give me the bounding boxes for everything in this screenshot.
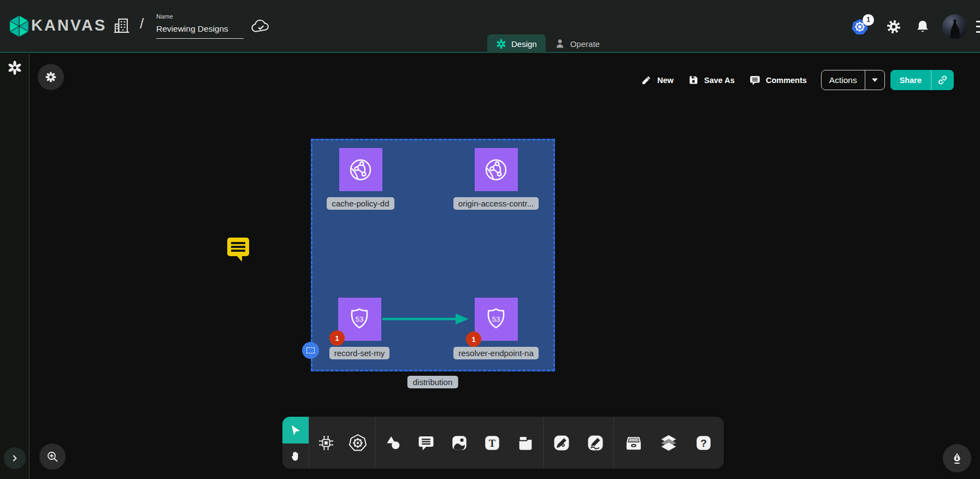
tool-shapes[interactable] — [378, 417, 409, 469]
design-name-input[interactable] — [156, 22, 244, 39]
user-avatar[interactable] — [942, 14, 967, 39]
comments-icon — [749, 74, 761, 86]
node-resolver-endpoint: 53 resolver-endpoint-na — [441, 298, 551, 359]
header-menu-icon[interactable] — [976, 21, 980, 33]
node-resolver-endpoint-shape[interactable]: 53 — [475, 298, 518, 341]
actions-dropdown-toggle[interactable] — [865, 70, 884, 90]
share-button-label[interactable]: Share — [890, 70, 931, 90]
tool-component[interactable] — [311, 417, 341, 469]
share-split-button[interactable]: Share — [890, 70, 954, 90]
node-resolver-endpoint-error-badge[interactable]: 1 — [466, 332, 481, 347]
node-record-set-error-badge[interactable]: 1 — [329, 330, 345, 346]
save-as-button-label: Save As — [704, 76, 735, 85]
tab-operate[interactable]: Operate — [546, 34, 609, 53]
mode-tabs: Design Operate — [487, 34, 609, 53]
flower-asterisk-icon — [44, 70, 57, 84]
tab-design[interactable]: Design — [487, 34, 546, 53]
pen-nib-icon — [950, 451, 964, 465]
toolbar-group-annotate: T — [375, 417, 543, 469]
sidebar-expand-button[interactable] — [4, 447, 26, 469]
svg-text:?: ? — [700, 437, 707, 449]
kubernetes-wheel-icon — [348, 433, 368, 453]
component-chip-icon — [317, 434, 335, 452]
node-origin-access-shape[interactable] — [475, 148, 518, 191]
app-root: KANVAS / Name — [0, 0, 980, 479]
shapes-icon — [384, 434, 403, 452]
tool-kubernetes[interactable] — [343, 417, 373, 469]
design-action-bar: New Save As Comments Actions — [641, 70, 954, 90]
sidebar-kanvas-swirl-icon[interactable] — [7, 60, 22, 75]
tool-image[interactable] — [444, 417, 475, 469]
copy-link-button[interactable] — [931, 70, 954, 90]
tool-note[interactable] — [510, 417, 541, 469]
operate-person-icon — [554, 38, 565, 49]
toolbar-group-infra — [309, 417, 375, 469]
node-origin-access: origin-access-contr... — [441, 148, 551, 210]
tool-designs-drawer[interactable] — [618, 417, 649, 469]
kanvas-logo-icon[interactable] — [7, 14, 31, 38]
cloudfront-globe-icon — [482, 156, 510, 184]
toolbar-select-column — [282, 417, 309, 469]
node-record-set: 53 record-set-my — [305, 298, 414, 359]
node-cache-policy-shape[interactable] — [339, 148, 382, 191]
tool-cursor[interactable] — [282, 417, 309, 443]
node-label-resolver-endpoint[interactable]: resolver-endpoint-na — [453, 347, 539, 359]
layers-icon — [659, 433, 678, 453]
notifications-bell-icon[interactable] — [915, 19, 930, 34]
settings-gear-icon[interactable] — [885, 19, 902, 35]
avatar-figure-silhouette — [950, 20, 960, 38]
help-question-icon: ? — [694, 434, 713, 452]
breadcrumb-separator: / — [140, 15, 144, 32]
header-right-cluster: 1 — [851, 0, 980, 53]
comments-button[interactable]: Comments — [749, 74, 807, 86]
tool-pen[interactable] — [546, 417, 577, 469]
header: KANVAS / Name — [0, 0, 980, 53]
group-bounds-icon — [306, 347, 315, 353]
actions-split-button[interactable]: Actions — [821, 70, 885, 90]
svg-text:53: 53 — [355, 315, 363, 323]
pen-tool-icon — [552, 434, 571, 452]
group-label-distribution[interactable]: distribution — [408, 376, 458, 388]
drawer-archive-icon — [624, 433, 644, 453]
node-label-cache-policy[interactable]: cache-policy-dd — [327, 197, 394, 210]
new-button-label: New — [657, 76, 674, 85]
brand-wordmark: KANVAS — [31, 16, 107, 34]
hand-pan-icon — [289, 450, 303, 463]
kubernetes-context-button[interactable]: 1 — [851, 18, 869, 36]
new-button[interactable]: New — [641, 74, 674, 86]
tool-layers[interactable] — [653, 417, 684, 469]
note-card-icon — [516, 434, 535, 452]
zoom-in-button[interactable] — [39, 443, 66, 470]
chevron-right-icon — [9, 453, 20, 464]
comments-button-label: Comments — [766, 76, 807, 85]
save-as-button[interactable]: Save As — [688, 74, 735, 86]
svg-text:53: 53 — [492, 315, 500, 323]
text-tool-icon: T — [483, 434, 501, 452]
floppy-save-icon — [688, 74, 699, 86]
image-tool-icon — [450, 434, 469, 452]
actions-button-label[interactable]: Actions — [822, 70, 865, 90]
tool-text[interactable]: T — [477, 417, 507, 469]
tab-design-label: Design — [511, 39, 537, 49]
svg-text:T: T — [489, 438, 495, 449]
design-name-label: Name — [156, 13, 173, 20]
node-label-origin-access[interactable]: origin-access-contr... — [453, 197, 539, 210]
canvas-comment-marker[interactable] — [225, 235, 251, 263]
tool-help[interactable]: ? — [688, 417, 719, 469]
node-cache-policy: cache-policy-dd — [306, 148, 415, 210]
tool-freehand[interactable] — [580, 417, 611, 469]
comment-tool-icon — [417, 434, 435, 452]
left-sidebar — [0, 54, 29, 479]
pen-whiteboard-button[interactable] — [943, 444, 971, 472]
organization-icon[interactable] — [113, 16, 131, 35]
group-selection-handle[interactable] — [302, 342, 319, 359]
toolbar-group-draw — [544, 417, 613, 469]
magnifier-plus-icon — [46, 450, 59, 463]
cloudfront-globe-icon — [346, 156, 375, 184]
node-record-set-shape[interactable]: 53 — [338, 298, 381, 341]
tool-comment[interactable] — [411, 417, 441, 469]
canvas-flower-menu-button[interactable] — [38, 64, 64, 90]
tool-pan-hand[interactable] — [282, 443, 309, 469]
node-label-record-set[interactable]: record-set-my — [329, 347, 390, 359]
toolbar-group-misc: ? — [614, 417, 723, 469]
